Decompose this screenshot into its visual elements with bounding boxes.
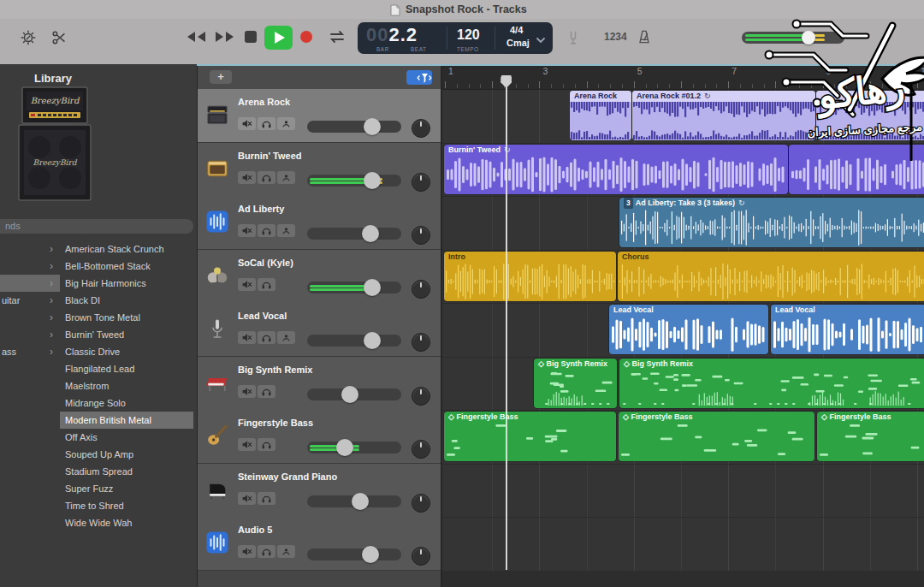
pan-knob[interactable] (412, 173, 430, 192)
library-category-row[interactable]: › (0, 275, 60, 292)
solo-button[interactable] (258, 492, 275, 505)
region[interactable]: Arena Rock #01.2↻ (632, 91, 815, 140)
lcd-display[interactable]: 002.2 BAR BEAT 120 TEMPO 4/4 Cmaj (358, 22, 553, 54)
volume-slider[interactable] (307, 121, 401, 133)
volume-slider[interactable] (307, 335, 401, 347)
track-header[interactable]: Ad Liberty (198, 196, 441, 250)
track-header[interactable]: SoCal (Kyle) (198, 250, 441, 304)
pan-knob[interactable] (412, 119, 430, 138)
volume-slider[interactable] (307, 175, 401, 187)
volume-knob[interactable] (362, 225, 379, 242)
solo-button[interactable] (258, 224, 275, 237)
region[interactable]: ◇ Fingerstyle Bass (619, 412, 814, 461)
library-category-row[interactable]: › (0, 258, 60, 275)
region[interactable]: Chorus (618, 252, 924, 301)
solo-button[interactable] (258, 438, 275, 451)
library-category-row[interactable]: uitar› (0, 292, 60, 309)
library-category-row[interactable]: › (0, 240, 60, 258)
mute-button[interactable] (238, 545, 256, 558)
master-volume-slider[interactable] (742, 32, 844, 44)
track-header[interactable]: Audio 5 (198, 517, 441, 571)
library-item[interactable]: Big Hair Harmonics (60, 275, 193, 292)
library-item[interactable]: Off Axis (60, 429, 193, 446)
master-volume-knob[interactable] (802, 31, 815, 44)
track-header[interactable]: Steinway Grand Piano (198, 464, 441, 518)
pan-knob[interactable] (412, 547, 430, 566)
solo-button[interactable] (258, 331, 275, 344)
timeline-area[interactable]: 1357911 Arena RockArena Rock #01.2↻Burni… (441, 64, 924, 587)
region[interactable]: 3Ad Liberty: Take 3 (3 takes)↻ (619, 198, 924, 247)
metronome-icon[interactable] (636, 27, 653, 46)
pan-knob[interactable] (412, 280, 430, 299)
pan-knob[interactable] (412, 333, 430, 352)
volume-knob[interactable] (364, 172, 381, 189)
solo-button[interactable] (258, 171, 275, 184)
library-item[interactable]: American Stack Crunch (60, 240, 193, 258)
region[interactable]: Lead Vocal (609, 305, 768, 354)
volume-knob[interactable] (364, 279, 381, 296)
region[interactable]: ◇ Fingerstyle Bass (444, 412, 616, 461)
region[interactable]: Intro (444, 252, 616, 301)
pan-knob[interactable] (412, 387, 430, 406)
solo-button[interactable] (258, 117, 275, 130)
library-filter-bar[interactable]: nds (0, 219, 193, 234)
mute-button[interactable] (238, 224, 256, 237)
region[interactable]: ◇ Big Synth Remix (619, 359, 924, 408)
library-category-row[interactable]: ass› (0, 343, 60, 360)
stop-button[interactable] (244, 30, 258, 44)
region[interactable] (816, 91, 924, 140)
region[interactable]: Burnin' Tweed↻ (444, 145, 788, 194)
region[interactable]: Lead Vocal (771, 305, 924, 354)
mute-button[interactable] (238, 278, 256, 291)
region[interactable] (789, 145, 924, 194)
volume-slider[interactable] (307, 282, 401, 294)
mute-button[interactable] (238, 385, 256, 398)
mute-button[interactable] (238, 331, 256, 344)
library-item[interactable]: Modern British Metal (60, 412, 193, 429)
timeline-ruler[interactable]: 1357911 (442, 64, 924, 90)
volume-knob[interactable] (341, 386, 358, 403)
rewind-button[interactable] (185, 29, 207, 44)
input-button[interactable] (277, 331, 295, 344)
volume-knob[interactable] (364, 118, 381, 135)
mute-button[interactable] (238, 117, 256, 130)
volume-knob[interactable] (352, 493, 369, 510)
library-item[interactable]: Time to Shred (60, 497, 193, 514)
library-item[interactable]: Super Fuzz (60, 480, 193, 497)
count-in-button[interactable]: 1234 (604, 31, 627, 43)
appearance-icon[interactable] (19, 28, 38, 47)
volume-slider[interactable] (307, 442, 401, 454)
track-header[interactable]: Fingerstyle Bass (198, 410, 441, 464)
volume-slider[interactable] (307, 388, 401, 400)
track-header[interactable]: Burnin' Tweed (198, 143, 441, 197)
play-button[interactable] (264, 26, 293, 50)
input-button[interactable] (277, 171, 295, 184)
chevron-down-icon[interactable] (536, 33, 546, 48)
solo-button[interactable] (258, 278, 275, 291)
cycle-button[interactable] (327, 29, 347, 44)
track-header[interactable]: Big Synth Remix (198, 357, 441, 411)
mute-button[interactable] (238, 438, 256, 451)
library-item[interactable]: Burnin' Tweed (60, 326, 193, 343)
pan-knob[interactable] (412, 226, 430, 245)
library-item[interactable]: Flangilated Lead (60, 360, 193, 377)
record-button[interactable] (299, 30, 313, 44)
scissors-icon[interactable] (50, 28, 68, 47)
input-button[interactable] (277, 117, 295, 130)
add-track-button[interactable]: + (210, 70, 232, 84)
mute-button[interactable] (238, 171, 256, 184)
forward-button[interactable] (214, 29, 236, 44)
track-header[interactable]: Arena Rock (198, 89, 441, 143)
volume-knob[interactable] (336, 439, 353, 456)
track-header[interactable]: Lead Vocal (198, 303, 441, 357)
library-item[interactable]: Souped Up Amp (60, 446, 193, 463)
library-item[interactable]: Midrange Solo (60, 394, 193, 412)
pan-knob[interactable] (412, 494, 430, 513)
region[interactable]: Arena Rock (570, 91, 631, 140)
input-button[interactable] (277, 545, 295, 558)
library-item[interactable]: Stadium Spread (60, 463, 193, 480)
library-category-row[interactable]: › (0, 309, 60, 326)
library-item[interactable]: Classic Drive (60, 343, 193, 360)
library-item[interactable]: Bell-Bottomed Stack (60, 258, 193, 275)
input-button[interactable] (277, 224, 295, 237)
